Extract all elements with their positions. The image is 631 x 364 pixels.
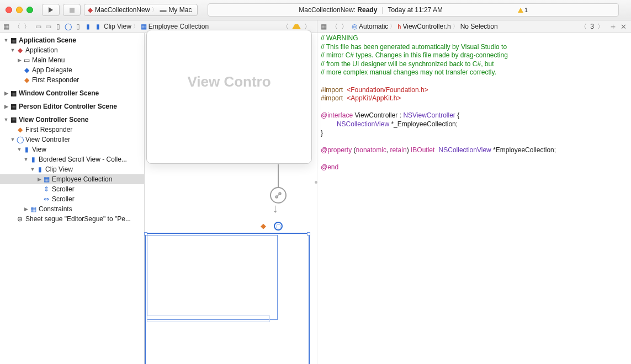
code-keyword: @property [321, 146, 352, 154]
nav-back-icon[interactable]: 〈 [579, 22, 588, 31]
cube-icon: ◆ [22, 66, 31, 74]
warning-icon [518, 8, 523, 13]
selected-collection-view[interactable] [145, 233, 310, 364]
folder-icon[interactable]: ▭ [44, 23, 52, 30]
close-icon[interactable] [6, 7, 12, 13]
code-keyword: @end [321, 163, 338, 171]
folder-icon[interactable]: ▭ [34, 23, 42, 30]
outline-scene-application[interactable]: ▼▦Application Scene [0, 35, 144, 45]
breadcrumb-automatic[interactable]: ◎Automatic〉 [352, 23, 395, 30]
app-icon: ◆ [15, 46, 24, 54]
status-state: Ready [357, 6, 377, 14]
responder-icon[interactable]: ◆ [261, 222, 266, 231]
outline-view[interactable]: ▼▮View [0, 144, 144, 154]
jump-bar-right[interactable]: ▦ 〈〉 ◎Automatic〉 hViewController.h〉 No S… [317, 20, 631, 33]
minimize-icon[interactable] [16, 7, 23, 13]
outline-main-menu[interactable]: ▶▭Main Menu [0, 55, 144, 65]
warning-icon[interactable] [290, 24, 303, 29]
resize-handle[interactable] [307, 232, 310, 235]
outline-segue[interactable]: ⊖Sheet segue "EditorSegue" to "Pe... [0, 214, 144, 224]
chevron-right-icon: 〉 [152, 6, 157, 14]
code-text: ( [352, 146, 356, 154]
collection-row [147, 315, 270, 322]
app-icon: ◆ [88, 6, 93, 14]
collection-item-prototype[interactable] [147, 235, 278, 320]
status-time: Today at 11:27 AM [388, 6, 443, 14]
controller-icon: ◯ [15, 136, 24, 143]
code-text: ) [407, 146, 411, 154]
code-text: , [386, 146, 390, 154]
card-title: View Contro [147, 73, 311, 90]
interface-builder-canvas[interactable]: View Contro ↓ ◆ ▢ [145, 33, 317, 364]
outline-constraints[interactable]: ▶▦Constraints [0, 204, 144, 214]
breadcrumb-selection[interactable]: No Selection [460, 23, 498, 30]
warning-count: 1 [524, 7, 528, 13]
outline-scene-person[interactable]: ▶▦Person Editor Controller Scene [0, 101, 144, 111]
outline-first-responder[interactable]: ◆First Responder [0, 75, 144, 85]
outline-clipview[interactable]: ▼▮Clip View [0, 164, 144, 174]
square-icon[interactable]: ▮ [84, 23, 92, 30]
viewcontroller-card[interactable]: View Contro [146, 30, 312, 164]
nav-fwd-icon[interactable]: 〉 [340, 22, 349, 31]
scroller-icon: ⇔ [42, 195, 51, 203]
outline-scene-vc[interactable]: ▼▦View Controller Scene [0, 115, 144, 125]
outline-view-controller[interactable]: ▼◯View Controller [0, 135, 144, 144]
view-icon: ▮ [29, 156, 38, 163]
nav-fwd-icon[interactable]: 〉 [596, 22, 606, 31]
divider: | [381, 6, 383, 14]
outline-scroller[interactable]: ⇕Scroller [0, 184, 144, 194]
nav-back-icon[interactable]: 〈 [330, 22, 340, 31]
square-icon[interactable]: ▮ [94, 23, 102, 30]
zoom-icon[interactable] [26, 7, 33, 13]
stop-button[interactable] [63, 4, 81, 16]
segue-icon: ⊖ [15, 215, 24, 223]
assistant-editor[interactable]: // WARNING // This file has been generat… [317, 33, 631, 364]
square-icon[interactable]: ◯ [64, 23, 72, 30]
scheme-selector[interactable]: ◆ MacCollectionNew 〉 ▬ My Mac [84, 4, 198, 16]
scene-icon: ▦ [9, 116, 18, 124]
code-text: } [321, 129, 323, 137]
warning-badge[interactable]: 1 [518, 7, 528, 13]
outline-application[interactable]: ▼◆Application [0, 45, 144, 55]
code-comment: // WARNING [321, 34, 358, 42]
breadcrumb-file[interactable]: hViewController.h〉 [397, 23, 458, 30]
breadcrumb-employee[interactable]: ▦Employee Collection [141, 23, 209, 30]
code-text: { [455, 111, 459, 119]
code-keyword: #import [321, 94, 343, 102]
code-comment: // more complex manual changes may not t… [321, 68, 496, 76]
document-outline[interactable]: ▼▦Application Scene ▼◆Application ▶▭Main… [0, 33, 145, 364]
breadcrumb-clipview[interactable]: Clip View〉 [104, 23, 139, 30]
main-area: ▼▦Application Scene ▼◆Application ▶▭Main… [0, 33, 631, 364]
outline-app-delegate[interactable]: ◆App Delegate [0, 65, 144, 75]
run-button[interactable] [42, 4, 60, 16]
view-icon: ▮ [22, 146, 31, 153]
outline-scene-window[interactable]: ▶▦Window Controller Scene [0, 88, 144, 98]
resize-handle[interactable] [144, 232, 147, 235]
code-text: ViewController : [353, 111, 403, 119]
nav-fwd-icon[interactable]: 〉 [22, 22, 32, 31]
code-text: *EmployeeCollection; [491, 146, 556, 154]
related-items-icon[interactable]: ▦ [2, 23, 10, 30]
outline-scrollview[interactable]: ▼▮Bordered Scroll View - Colle... [0, 154, 144, 164]
pane-resize-handle[interactable] [314, 0, 317, 364]
add-button[interactable]: ＋ [609, 22, 617, 32]
doc-icon[interactable]: ▯ [54, 23, 62, 30]
code-comment: // This file has been generated automati… [321, 43, 507, 51]
controller-icon[interactable]: ▢ [274, 222, 283, 231]
related-items-icon[interactable]: ▦ [320, 23, 327, 30]
outline-first-responder[interactable]: ◆First Responder [0, 125, 144, 135]
outline-employee-collection[interactable]: ▶▦Employee Collection [0, 174, 144, 184]
scheme-target: My Mac [168, 6, 192, 14]
nav-back-icon[interactable]: 〈 [12, 22, 22, 31]
outline-scroller[interactable]: ⇔Scroller [0, 194, 144, 204]
arrow-down-icon: ↓ [272, 201, 278, 216]
view-icon: ▮ [35, 165, 44, 173]
responder-icon: ◆ [22, 76, 31, 84]
code-import: <Foundation/Foundation.h> [347, 86, 428, 94]
scroller-icon: ⇕ [42, 185, 51, 193]
svg-rect-1 [70, 8, 75, 13]
close-button[interactable]: ✕ [621, 23, 627, 31]
code-text: *_EmployeeCollection; [389, 120, 458, 128]
window-traffic-lights [6, 7, 33, 13]
square-icon[interactable]: ▯ [74, 23, 82, 30]
